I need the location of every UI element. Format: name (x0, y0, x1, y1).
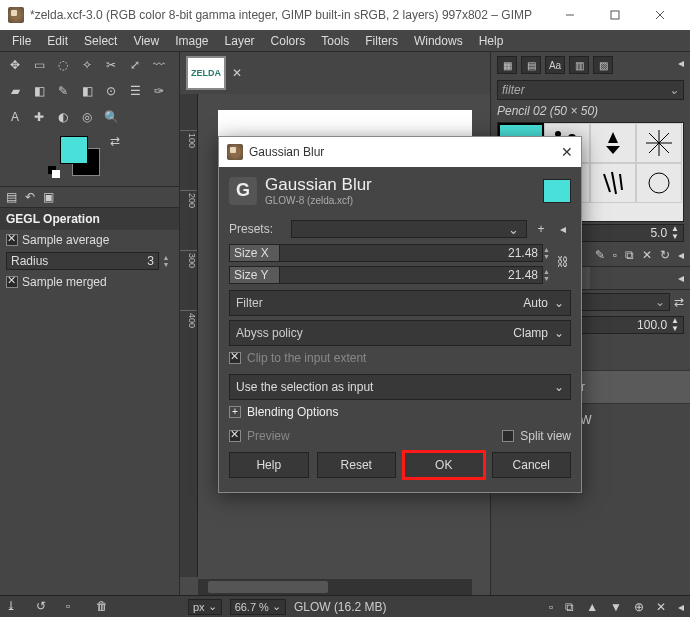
presets-select[interactable]: ⌄ (291, 220, 527, 238)
color-swatches[interactable]: ⇄ (60, 136, 110, 186)
dialog-close-icon[interactable]: ✕ (561, 144, 573, 160)
status-icon[interactable]: ▲ (586, 600, 598, 614)
dodge-icon[interactable]: ◐ (54, 108, 72, 126)
dialog-titlebar[interactable]: Gaussian Blur ✕ (219, 137, 581, 167)
image-tab-thumbnail[interactable]: ZELDA (186, 56, 226, 90)
measure-icon[interactable]: ◎ (78, 108, 96, 126)
horizontal-scrollbar[interactable] (198, 579, 472, 595)
ok-button[interactable]: OK (404, 452, 484, 478)
rect-select-icon[interactable]: ▭ (30, 56, 48, 74)
duplicate-brush-icon[interactable]: ⧉ (625, 248, 634, 262)
status-icon[interactable]: ✕ (656, 600, 666, 614)
radius-down-icon[interactable]: ▼ (163, 261, 170, 268)
save-icon[interactable]: ⤓ (6, 599, 22, 615)
open-as-image-icon[interactable]: ◂ (678, 248, 684, 262)
menu-image[interactable]: Image (167, 31, 216, 51)
dock-menu-icon[interactable]: ◂ (678, 56, 684, 74)
menu-edit[interactable]: Edit (39, 31, 76, 51)
spin-down-icon[interactable]: ▼ (671, 233, 679, 241)
maximize-button[interactable] (592, 0, 637, 30)
free-select-icon[interactable]: ◌ (54, 56, 72, 74)
spin-up-icon[interactable]: ▲ (543, 246, 555, 253)
new-brush-icon[interactable]: ▫ (613, 248, 617, 262)
preset-menu-icon[interactable]: ◂ (555, 222, 571, 236)
reset-button[interactable]: Reset (317, 452, 397, 478)
use-selection-select[interactable]: Use the selection as input ⌄ (229, 374, 571, 400)
unit-select[interactable]: px⌄ (188, 599, 222, 615)
menu-help[interactable]: Help (471, 31, 512, 51)
menu-colors[interactable]: Colors (263, 31, 314, 51)
cancel-button[interactable]: Cancel (492, 452, 572, 478)
dock-menu-icon[interactable]: ◂ (672, 267, 690, 289)
add-preset-icon[interactable]: + (533, 222, 549, 236)
spin-up-icon[interactable]: ▲ (543, 268, 555, 275)
help-button[interactable]: Help (229, 452, 309, 478)
eraser-icon[interactable]: ◧ (78, 82, 96, 100)
warp-icon[interactable]: 〰 (150, 56, 168, 74)
size-x-input[interactable]: 21.48 (279, 244, 543, 262)
fonts-tab-icon[interactable]: Aa (545, 56, 565, 74)
delete-icon[interactable]: 🗑 (96, 599, 112, 615)
filter-select[interactable]: Filter Auto ⌄ (229, 290, 571, 316)
menu-file[interactable]: File (4, 31, 39, 51)
status-icon[interactable]: ▼ (610, 600, 622, 614)
images-tab-icon[interactable]: ▣ (43, 190, 54, 204)
path-icon[interactable]: ✑ (150, 82, 168, 100)
status-icon[interactable]: ▫ (549, 600, 553, 614)
crop-icon[interactable]: ✂ (102, 56, 120, 74)
edit-brush-icon[interactable]: ✎ (595, 248, 605, 262)
pencil-icon[interactable]: ✎ (54, 82, 72, 100)
menu-windows[interactable]: Windows (406, 31, 471, 51)
spin-down-icon[interactable]: ▼ (671, 325, 679, 333)
delete-brush-icon[interactable]: ✕ (642, 248, 652, 262)
move-tool-icon[interactable]: ✥ (6, 56, 24, 74)
patterns-tab-icon[interactable]: ▤ (521, 56, 541, 74)
split-view-checkbox[interactable] (502, 430, 514, 442)
fg-color-swatch[interactable] (60, 136, 88, 164)
blending-options-expander[interactable]: + Blending Options (229, 400, 571, 424)
menu-select[interactable]: Select (76, 31, 125, 51)
brush-thumb[interactable] (590, 163, 636, 203)
brush-thumb[interactable] (590, 123, 636, 163)
menu-layer[interactable]: Layer (217, 31, 263, 51)
menu-tools[interactable]: Tools (313, 31, 357, 51)
clip-checkbox[interactable] (229, 352, 241, 364)
spin-down-icon[interactable]: ▼ (543, 253, 555, 260)
minimize-button[interactable] (547, 0, 592, 30)
zoom-icon[interactable]: 🔍 (102, 108, 120, 126)
tool-options-tab-icon[interactable]: ▤ (6, 190, 17, 204)
radius-field[interactable]: Radius 3 (6, 252, 159, 270)
preview-checkbox[interactable] (229, 430, 241, 442)
brushes-tab-icon[interactable]: ▦ (497, 56, 517, 74)
text-icon[interactable]: A (6, 108, 24, 126)
zoom-select[interactable]: 66.7 %⌄ (230, 599, 286, 615)
close-button[interactable] (637, 0, 682, 30)
size-y-input[interactable]: 21.48 (279, 266, 543, 284)
revert-icon[interactable]: ↺ (36, 599, 52, 615)
sample-merged-checkbox[interactable] (6, 276, 18, 288)
smudge-icon[interactable]: ☰ (126, 82, 144, 100)
radius-up-icon[interactable]: ▲ (163, 254, 170, 261)
mode-switch-icon[interactable]: ⇄ (674, 295, 684, 309)
default-colors-icon[interactable] (48, 166, 62, 180)
gradient-icon[interactable]: ◧ (30, 82, 48, 100)
properties-icon[interactable]: ▫ (66, 599, 82, 615)
fuzzy-select-icon[interactable]: ✧ (78, 56, 96, 74)
link-sizes-icon[interactable]: ⛓ (555, 255, 571, 269)
clone-icon[interactable]: ⊙ (102, 82, 120, 100)
status-icon[interactable]: ◂ (678, 600, 684, 614)
bucket-icon[interactable]: ▰ (6, 82, 24, 100)
swap-colors-icon[interactable]: ⇄ (110, 134, 120, 148)
sample-average-checkbox[interactable] (6, 234, 18, 246)
status-icon[interactable]: ⧉ (565, 600, 574, 614)
menu-view[interactable]: View (125, 31, 167, 51)
brush-thumb[interactable] (636, 163, 682, 203)
abyss-select[interactable]: Abyss policy Clamp ⌄ (229, 320, 571, 346)
spin-down-icon[interactable]: ▼ (543, 275, 555, 282)
undo-history-tab-icon[interactable]: ↶ (25, 190, 35, 204)
tab-close-icon[interactable]: ✕ (232, 66, 246, 80)
more-tab-icon[interactable]: ▨ (593, 56, 613, 74)
status-icon[interactable]: ⊕ (634, 600, 644, 614)
refresh-brush-icon[interactable]: ↻ (660, 248, 670, 262)
history-tab-icon[interactable]: ▥ (569, 56, 589, 74)
